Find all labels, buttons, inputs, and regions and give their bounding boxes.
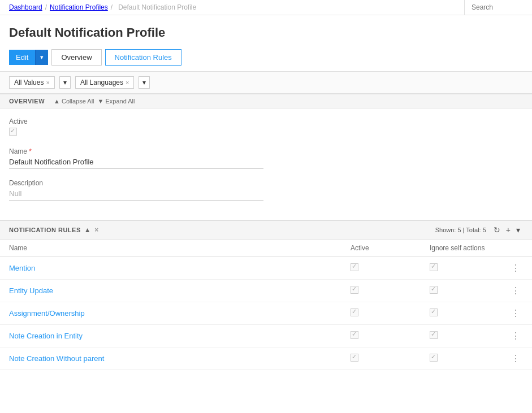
overview-title: OVERVIEW — [9, 98, 45, 105]
row-ignore-cell — [421, 325, 500, 347]
col-active: Active — [341, 240, 421, 257]
page-title: Default Notification Profile — [0, 15, 532, 46]
row-name-cell: Mention — [0, 257, 341, 280]
expand-icon: ▼ — [98, 98, 104, 105]
breadcrumb-dashboard[interactable]: Dashboard — [9, 3, 42, 11]
row-ignore-cell — [421, 257, 500, 280]
table-row: Assignment/Ownership⋮ — [0, 302, 532, 325]
breadcrumb-current: Default Notification Profile — [118, 3, 196, 11]
filter-all-languages-dropdown[interactable]: ▾ — [139, 76, 150, 89]
row-dots-button[interactable]: ⋮ — [509, 353, 523, 364]
action-bar: Edit ▾ Overview Notification Rules — [0, 46, 532, 71]
row-active-checkbox[interactable] — [351, 354, 358, 362]
tab-overview[interactable]: Overview — [51, 49, 101, 66]
search-area[interactable] — [464, 0, 532, 15]
breadcrumb-sep2: / — [111, 3, 113, 11]
col-name: Name — [0, 240, 341, 257]
filter-bar: All Values × ▾ All Languages × ▾ — [0, 71, 532, 94]
edit-button[interactable]: Edit — [9, 50, 35, 65]
row-actions-cell: ⋮ — [500, 347, 532, 370]
row-name-link[interactable]: Entity Update — [9, 286, 53, 295]
row-active-checkbox[interactable] — [351, 286, 358, 294]
filter-all-languages-x[interactable]: × — [126, 79, 129, 86]
edit-button-group: Edit ▾ — [9, 50, 48, 65]
nr-x-icon[interactable]: × — [94, 226, 99, 234]
description-label: Description — [9, 179, 523, 187]
row-name-link[interactable]: Note Creation Without parent — [9, 354, 104, 363]
search-input[interactable] — [472, 3, 525, 11]
row-name-link[interactable]: Assignment/Ownership — [9, 309, 85, 318]
row-name-cell: Note Creation in Entity — [0, 325, 341, 347]
row-active-cell — [341, 302, 421, 325]
row-dots-button[interactable]: ⋮ — [509, 263, 523, 273]
breadcrumb-profiles[interactable]: Notification Profiles — [50, 3, 108, 11]
row-active-cell — [341, 347, 421, 370]
description-value: Null — [9, 189, 263, 201]
row-ignore-checkbox[interactable] — [430, 354, 438, 362]
row-name-cell: Assignment/Ownership — [0, 302, 341, 325]
nr-section-title-area: NOTIFICATION RULES ▲ × — [9, 226, 99, 234]
row-actions-cell: ⋮ — [500, 280, 532, 302]
active-checkbox[interactable] — [9, 128, 17, 136]
row-ignore-checkbox[interactable] — [430, 308, 438, 316]
table-row: Mention⋮ — [0, 257, 532, 280]
row-active-cell — [341, 325, 421, 347]
row-active-checkbox[interactable] — [351, 331, 358, 339]
table-row: Note Creation in Entity⋮ — [0, 325, 532, 347]
filter-all-values-x[interactable]: × — [46, 79, 49, 86]
row-active-checkbox[interactable] — [351, 263, 358, 271]
col-actions — [500, 240, 532, 257]
filter-all-languages-label: All Languages — [80, 79, 123, 86]
table-row: Entity Update⋮ — [0, 280, 532, 302]
overview-content: Active Name * Default Notification Profi… — [0, 108, 532, 220]
nr-more-button[interactable]: ▾ — [513, 224, 523, 236]
overview-section-header: OVERVIEW ▲ Collapse All ▼ Expand All — [0, 94, 532, 108]
row-ignore-cell — [421, 280, 500, 302]
row-ignore-checkbox[interactable] — [430, 263, 438, 271]
field-active: Active — [9, 118, 523, 137]
nr-table-header-row: Name Active Ignore self actions — [0, 240, 532, 257]
row-name-cell: Note Creation Without parent — [0, 347, 341, 370]
row-dots-button[interactable]: ⋮ — [509, 331, 523, 341]
row-ignore-cell — [421, 302, 500, 325]
nr-table-body: Mention⋮Entity Update⋮Assignment/Ownersh… — [0, 257, 532, 370]
name-label: Name * — [9, 147, 523, 155]
tab-notification-rules[interactable]: Notification Rules — [105, 49, 181, 66]
collapse-icon: ▲ — [54, 98, 60, 105]
row-name-cell: Entity Update — [0, 280, 341, 302]
top-bar: Dashboard / Notification Profiles / Defa… — [0, 0, 532, 15]
nr-add-button[interactable]: + — [503, 224, 513, 236]
row-ignore-checkbox[interactable] — [430, 331, 438, 339]
collapse-all-link[interactable]: ▲ Collapse All — [54, 98, 94, 105]
row-actions-cell: ⋮ — [500, 257, 532, 280]
row-name-link[interactable]: Note Creation in Entity — [9, 332, 83, 340]
row-dots-button[interactable]: ⋮ — [509, 308, 523, 319]
row-actions-cell: ⋮ — [500, 325, 532, 347]
name-required: * — [29, 147, 32, 155]
name-value: Default Notification Profile — [9, 158, 263, 169]
filter-all-values[interactable]: All Values × — [9, 76, 55, 89]
row-ignore-checkbox[interactable] — [430, 286, 438, 294]
breadcrumb-sep1: / — [45, 3, 47, 11]
row-active-cell — [341, 257, 421, 280]
row-actions-cell: ⋮ — [500, 302, 532, 325]
active-label: Active — [9, 118, 523, 125]
row-dots-button[interactable]: ⋮ — [509, 285, 523, 296]
col-ignore-self: Ignore self actions — [421, 240, 500, 257]
expand-all-link[interactable]: ▼ Expand All — [98, 98, 135, 105]
breadcrumb: Dashboard / Notification Profiles / Defa… — [0, 0, 464, 15]
nr-collapse-icon[interactable]: ▲ — [84, 226, 91, 234]
row-active-checkbox[interactable] — [351, 308, 358, 316]
expand-all-label: Expand All — [105, 98, 135, 105]
row-name-link[interactable]: Mention — [9, 264, 35, 272]
notification-rules-table: Name Active Ignore self actions Mention⋮… — [0, 240, 532, 370]
edit-dropdown-button[interactable]: ▾ — [35, 50, 48, 65]
filter-all-values-dropdown[interactable]: ▾ — [59, 76, 71, 89]
nr-shown-total: Shown: 5 | Total: 5 — [435, 227, 486, 233]
collapse-all-label: Collapse All — [62, 98, 94, 105]
filter-all-languages[interactable]: All Languages × — [75, 76, 135, 89]
overview-actions: ▲ Collapse All ▼ Expand All — [54, 98, 135, 105]
nr-refresh-button[interactable]: ↻ — [491, 224, 503, 236]
table-row: Note Creation Without parent⋮ — [0, 347, 532, 370]
field-description: Description Null — [9, 179, 523, 201]
